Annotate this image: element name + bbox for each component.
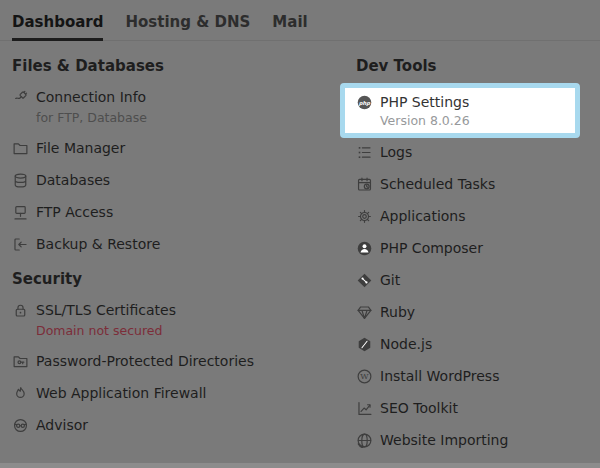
item-texts: Connection Infofor FTP, Database <box>36 88 147 126</box>
item-texts: Web Application Firewall <box>36 384 206 403</box>
section-title-dev-tools: Dev Tools <box>356 57 580 76</box>
item-texts: Databases <box>36 171 110 190</box>
item-label: Connection Info <box>36 88 147 107</box>
item-texts: Backup & Restore <box>36 235 160 254</box>
database-icon <box>12 172 29 189</box>
item-texts: Applications <box>380 207 466 226</box>
item-texts: Git <box>380 271 400 290</box>
tab-mail[interactable]: Mail <box>272 13 307 41</box>
item-label: Backup & Restore <box>36 235 160 254</box>
list-item-applications[interactable]: Applications <box>356 207 580 226</box>
item-label: Applications <box>380 207 466 226</box>
item-texts: Logs <box>380 143 412 162</box>
seo-chart-icon <box>356 400 373 417</box>
list-item-file-manager[interactable]: File Manager <box>12 139 344 158</box>
item-texts: File Manager <box>36 139 125 158</box>
list-item-scheduled-tasks[interactable]: Scheduled Tasks <box>356 175 580 194</box>
network-icon <box>12 204 29 221</box>
item-label: Ruby <box>380 303 415 322</box>
list-item-website-importing[interactable]: Website Importing <box>356 431 580 450</box>
item-label: Advisor <box>36 416 88 435</box>
list-item-seo-toolkit[interactable]: SEO Toolkit <box>356 399 580 418</box>
column-dev-tools: Dev ToolsphpPHP SettingsVersion 8.0.26Lo… <box>344 41 600 463</box>
item-texts: Scheduled Tasks <box>380 175 495 194</box>
item-texts: PHP Composer <box>380 239 483 258</box>
gear-icon <box>356 208 373 225</box>
flame-icon <box>12 385 29 402</box>
list-item-ssl-tls-certificates[interactable]: SSL/TLS CertificatesDomain not secured <box>12 301 344 339</box>
item-list-files-databases: Connection Infofor FTP, DatabaseFile Man… <box>12 88 344 254</box>
item-texts: Node.js <box>380 335 432 354</box>
svg-text:W: W <box>360 372 369 381</box>
item-texts: Ruby <box>380 303 415 322</box>
globe-import-icon <box>356 432 373 449</box>
list-item-git[interactable]: Git <box>356 271 580 290</box>
folder-key-icon <box>12 353 29 370</box>
dashboard-content: Files & DatabasesConnection Infofor FTP,… <box>0 41 600 463</box>
item-label: Website Importing <box>380 431 508 450</box>
list-item-node-js[interactable]: Node.js <box>356 335 580 354</box>
item-label: FTP Access <box>36 203 113 222</box>
item-label: PHP Settings <box>380 93 470 111</box>
item-label: Databases <box>36 171 110 190</box>
tab-bar: Dashboard Hosting & DNS Mail <box>0 0 600 41</box>
list-item-password-protected-directories[interactable]: Password-Protected Directories <box>12 352 344 371</box>
item-subtitle: Domain not secured <box>36 323 176 339</box>
plug-icon <box>12 89 29 106</box>
list-item-php-composer[interactable]: PHP Composer <box>356 239 580 258</box>
item-texts: SEO Toolkit <box>380 399 458 418</box>
wordpress-icon: W <box>356 368 373 385</box>
item-label: Scheduled Tasks <box>380 175 495 194</box>
list-item-logs[interactable]: Logs <box>356 143 580 162</box>
list-item-php-settings[interactable]: phpPHP SettingsVersion 8.0.26 <box>340 83 580 138</box>
item-label: Install WordPress <box>380 367 499 386</box>
list-item-ftp-access[interactable]: FTP Access <box>12 203 344 222</box>
logs-icon <box>356 144 373 161</box>
item-label: SSL/TLS Certificates <box>36 301 176 320</box>
item-texts: PHP SettingsVersion 8.0.26 <box>380 93 470 128</box>
item-list-security: SSL/TLS CertificatesDomain not securedPa… <box>12 301 344 435</box>
list-item-connection-info[interactable]: Connection Infofor FTP, Database <box>12 88 344 126</box>
item-texts: FTP Access <box>36 203 113 222</box>
list-item-ruby[interactable]: Ruby <box>356 303 580 322</box>
calendar-clock-icon <box>356 176 373 193</box>
git-icon <box>356 272 373 289</box>
list-item-web-application-firewall[interactable]: Web Application Firewall <box>12 384 344 403</box>
php-circle-icon: php <box>356 94 373 111</box>
list-item-backup-restore[interactable]: Backup & Restore <box>12 235 344 254</box>
section-title-files-databases: Files & Databases <box>12 57 344 76</box>
item-texts: Website Importing <box>380 431 508 450</box>
lock-icon <box>12 302 29 319</box>
folder-icon <box>12 140 29 157</box>
column-files-and-security: Files & DatabasesConnection Infofor FTP,… <box>0 41 344 448</box>
control-panel-dashboard: Dashboard Hosting & DNS Mail Files & Dat… <box>0 0 600 468</box>
tab-hosting-dns[interactable]: Hosting & DNS <box>125 13 250 41</box>
item-label: File Manager <box>36 139 125 158</box>
section-title-security: Security <box>12 270 344 289</box>
list-item-advisor[interactable]: Advisor <box>12 416 344 435</box>
item-texts: SSL/TLS CertificatesDomain not secured <box>36 301 176 339</box>
advisor-icon <box>12 417 29 434</box>
item-label: PHP Composer <box>380 239 483 258</box>
list-item-install-wordpress[interactable]: WInstall WordPress <box>356 367 580 386</box>
svg-text:php: php <box>359 100 372 107</box>
restore-icon <box>12 236 29 253</box>
item-list-dev-tools: phpPHP SettingsVersion 8.0.26LogsSchedul… <box>356 83 580 450</box>
item-label: Node.js <box>380 335 432 354</box>
nodejs-icon <box>356 336 373 353</box>
item-subtitle: Version 8.0.26 <box>380 113 470 128</box>
item-texts: Advisor <box>36 416 88 435</box>
item-label: Web Application Firewall <box>36 384 206 403</box>
list-item-databases[interactable]: Databases <box>12 171 344 190</box>
ruby-icon <box>356 304 373 321</box>
item-label: SEO Toolkit <box>380 399 458 418</box>
composer-icon <box>356 240 373 257</box>
item-texts: Password-Protected Directories <box>36 352 254 371</box>
item-subtitle: for FTP, Database <box>36 110 147 126</box>
item-label: Git <box>380 271 400 290</box>
item-label: Password-Protected Directories <box>36 352 254 371</box>
item-texts: Install WordPress <box>380 367 499 386</box>
tab-dashboard[interactable]: Dashboard <box>12 13 103 41</box>
bottom-panel-edge <box>0 463 600 468</box>
item-label: Logs <box>380 143 412 162</box>
